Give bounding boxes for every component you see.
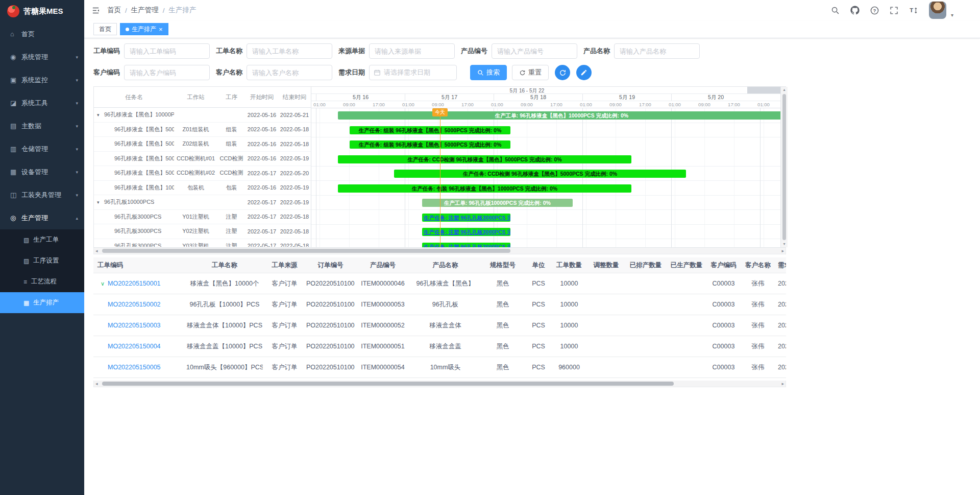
collapse-caret-icon[interactable]: ▾ bbox=[97, 200, 104, 205]
gantt-day-gridline bbox=[582, 108, 583, 247]
sidebar-subitem[interactable]: ≡ 工艺流程 bbox=[0, 271, 84, 292]
gantt-bar[interactable]: 生产任务: 包装 96孔移液盒【黑色】10000PCS 完成比例: 0% bbox=[338, 184, 631, 193]
gantt-task-row[interactable]: 96孔移液盒【黑色】5000PCS CCD检测机#01 CCD检测 2022-0… bbox=[94, 152, 311, 167]
cell-order-source: 客户订单 bbox=[263, 315, 306, 336]
gantt-bar[interactable]: 生产任务: 注塑 96孔孔板3000PCS 完成比例: 0% bbox=[422, 228, 510, 236]
scroll-left-arrow-icon[interactable]: ◂ bbox=[95, 382, 98, 386]
gantt-vertical-scrollbar[interactable]: ▴ ▾ bbox=[780, 87, 788, 247]
table-row[interactable]: MO202205150004 移液盒盒盖【10000】PCS 客户订单 PO20… bbox=[93, 336, 786, 357]
edit-button[interactable] bbox=[576, 65, 592, 80]
demand-date-input[interactable]: 请选择需求日期 bbox=[369, 65, 457, 80]
app-logo[interactable]: 苦糖果MES bbox=[0, 0, 84, 22]
close-icon[interactable]: × bbox=[159, 26, 163, 33]
demand-date-placeholder: 请选择需求日期 bbox=[384, 68, 430, 77]
gantt-hour-label: 17:00 bbox=[728, 102, 740, 107]
filter-input[interactable] bbox=[124, 65, 210, 80]
table-row[interactable]: MO202205150003 移液盒盒体【10000】PCS 客户订单 PO20… bbox=[93, 315, 786, 336]
table-row[interactable]: MO202205150005 10mm吸头【960000】PCS 客户订单 PO… bbox=[93, 357, 786, 378]
task-workstation: Y03注塑机 bbox=[174, 242, 217, 247]
gantt-task-row[interactable]: ▾ 96孔移液盒【黑色】10000PCS 2022-05-16 2022-05-… bbox=[94, 108, 311, 123]
table-horizontal-scrollbar[interactable]: ◂ ▸ bbox=[93, 381, 786, 387]
cell-product-name: 96孔移液盒【黑色】 bbox=[411, 273, 480, 294]
gantt-bar[interactable]: 生产工单: 96孔孔板10000PCS 完成比例: 0% bbox=[422, 199, 573, 207]
search-button[interactable]: 搜索 bbox=[470, 65, 507, 80]
row-expand-caret-icon[interactable]: ∨ bbox=[97, 280, 108, 287]
refresh-button[interactable] bbox=[555, 65, 570, 80]
order-link[interactable]: MO202205150002 bbox=[108, 301, 161, 308]
order-link[interactable]: MO202205150005 bbox=[108, 364, 161, 371]
scroll-right-arrow-icon[interactable]: ▸ bbox=[781, 249, 784, 253]
vertical-scroll-thumb[interactable] bbox=[782, 94, 786, 240]
tab-home[interactable]: 首页 bbox=[93, 23, 117, 35]
gantt-task-row[interactable]: ▾ 96孔孔板10000PCS 2022-05-17 2022-05-19 bbox=[94, 195, 311, 210]
user-menu-caret-icon[interactable]: ▾ bbox=[951, 12, 953, 19]
font-size-icon[interactable]: T bbox=[909, 6, 918, 15]
gantt-bar[interactable]: 生产任务: CCD检测 96孔移液盒【黑色】5000PCS 完成比例: 0% bbox=[338, 155, 631, 163]
sidebar-item[interactable]: ◉ 系统管理 ▾ bbox=[0, 45, 84, 68]
gantt-bar[interactable]: 生产任务: 组装 96孔移液盒【黑色】5000PCS 完成比例: 0% bbox=[350, 140, 510, 149]
fullscreen-icon[interactable] bbox=[890, 6, 898, 15]
sidebar-item[interactable]: ◪ 系统工具 ▾ bbox=[0, 91, 84, 114]
sidebar-subitem[interactable]: ▨ 工序设置 bbox=[0, 250, 84, 271]
gantt-horizontal-scrollbar[interactable]: ◂ ▸ bbox=[93, 248, 786, 254]
sidebar-item[interactable]: ◎ 生产管理 ▴ bbox=[0, 206, 84, 229]
search-icon[interactable] bbox=[831, 6, 840, 15]
sidebar-item[interactable]: ▤ 主数据 ▾ bbox=[0, 114, 84, 137]
breadcrumb-home[interactable]: 首页 bbox=[107, 6, 121, 15]
sidebar-subitem[interactable]: ▦ 生产排产 bbox=[0, 292, 84, 313]
cell-order-name: 10mm吸头【960000】PCS bbox=[186, 357, 263, 378]
sidebar-item[interactable]: ▣ 系统监控 ▾ bbox=[0, 68, 84, 91]
breadcrumb-production-management[interactable]: 生产管理 bbox=[131, 6, 159, 15]
gantt-task-row[interactable]: 96孔移液盒【黑色】5000PCS CCD检测机#02 CCD检测 2022-0… bbox=[94, 166, 311, 181]
github-icon[interactable] bbox=[850, 6, 860, 15]
gantt-task-row[interactable]: 96孔孔板3000PCS Y01注塑机 注塑 2022-05-17 2022-0… bbox=[94, 210, 311, 225]
order-link[interactable]: MO202205150001 bbox=[108, 280, 161, 287]
gantt-bar[interactable]: 生产工单: 96孔移液盒【黑色】10000PCS 完成比例: 0% bbox=[338, 111, 780, 120]
gantt-bar-label: 生产工单: 96孔孔板10000PCS 完成比例: 0% bbox=[422, 199, 573, 207]
filter-input[interactable] bbox=[247, 65, 332, 80]
filter-label: 产品编号 bbox=[461, 46, 487, 56]
scroll-left-arrow-icon[interactable]: ◂ bbox=[95, 249, 98, 253]
filter-input[interactable] bbox=[247, 43, 332, 59]
sidebar-subitem[interactable]: ▧ 生产工单 bbox=[0, 229, 84, 250]
gantt-bar[interactable]: 生产任务: 组装 96孔移液盒【黑色】5000PCS 完成比例: 0% bbox=[350, 126, 510, 134]
sidebar-item[interactable]: ⌂ 首页 bbox=[0, 22, 84, 45]
gantt-bar-label: 生产任务: 组装 96孔移液盒【黑色】5000PCS 完成比例: 0% bbox=[350, 126, 510, 134]
sidebar-item[interactable]: ▦ 设备管理 ▾ bbox=[0, 160, 84, 183]
table-row[interactable]: MO202205150002 96孔孔板【10000】PCS 客户订单 PO20… bbox=[93, 294, 786, 315]
filter-input[interactable] bbox=[614, 43, 700, 59]
collapse-caret-icon[interactable]: ▾ bbox=[97, 112, 104, 117]
cell-spec: 黑色 bbox=[480, 315, 526, 336]
horizontal-scroll-thumb[interactable] bbox=[102, 249, 510, 253]
filter-input[interactable] bbox=[124, 43, 210, 59]
sidebar-item[interactable]: ▥ 仓储管理 ▾ bbox=[0, 137, 84, 160]
gantt-task-row[interactable]: 96孔移液盒【黑色】5000PCS Z01组装机 组装 2022-05-16 2… bbox=[94, 123, 311, 137]
sidebar-item[interactable]: ◫ 工装夹具管理 ▾ bbox=[0, 183, 84, 206]
order-link[interactable]: MO202205150004 bbox=[108, 343, 161, 350]
gantt-task-row[interactable]: 96孔移液盒【黑色】5000PCS Z02组装机 组装 2022-05-16 2… bbox=[94, 137, 311, 152]
tab-production-schedule[interactable]: 生产排产 × bbox=[120, 23, 168, 35]
scroll-right-arrow-icon[interactable]: ▸ bbox=[781, 382, 784, 386]
gantt-task-row[interactable]: 96孔孔板3000PCS Y03注塑机 注塑 2022-05-17 2022-0… bbox=[94, 239, 311, 247]
reset-button[interactable]: 重置 bbox=[512, 65, 549, 80]
gantt-bar[interactable]: 生产任务: CCD检测 96孔移液盒【黑色】5000PCS 完成比例: 0% bbox=[394, 170, 686, 178]
table-row[interactable]: ∨MO202205150001 移液盒【黑色】10000个 客户订单 PO202… bbox=[93, 273, 786, 294]
order-link[interactable]: MO202205150003 bbox=[108, 322, 161, 329]
scroll-up-arrow-icon[interactable]: ▴ bbox=[783, 87, 785, 93]
sidebar-toggle-icon[interactable] bbox=[91, 6, 100, 15]
gantt-task-row[interactable]: 96孔移液盒【黑色】10000PCS 包装机 包装 2022-05-16 202… bbox=[94, 181, 311, 196]
scroll-down-arrow-icon[interactable]: ▾ bbox=[783, 241, 785, 247]
filter-input[interactable] bbox=[492, 43, 577, 59]
warehouse-icon: ▥ bbox=[10, 145, 21, 153]
filter-row-2: 客户编码 客户名称 需求日期 请选择需求日期 bbox=[93, 65, 786, 80]
gantt-bar[interactable]: 生产任务: 注塑 96孔孔板3000PCS 完成比例: 0% bbox=[422, 214, 510, 222]
task-name: 96孔移液盒【黑色】5000PCS bbox=[114, 169, 174, 177]
cell-spec: 黑色 bbox=[480, 357, 526, 378]
horizontal-scroll-thumb[interactable] bbox=[102, 382, 674, 386]
gantt-task-row[interactable]: 96孔孔板3000PCS Y02注塑机 注塑 2022-05-17 2022-0… bbox=[94, 224, 311, 239]
task-end-time: 2022-05-18 bbox=[278, 243, 311, 247]
avatar[interactable] bbox=[929, 2, 946, 19]
help-icon[interactable]: ? bbox=[870, 6, 879, 15]
gantt-bar[interactable]: 生产任务: 注塑 96孔孔板3000PCS 完成比例: 0% bbox=[422, 243, 510, 248]
filter-input[interactable] bbox=[369, 43, 455, 59]
